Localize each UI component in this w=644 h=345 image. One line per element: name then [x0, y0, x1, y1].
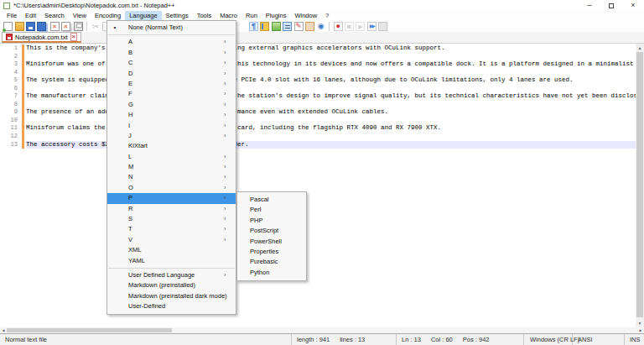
menu-edit[interactable]: Edit	[21, 11, 40, 21]
submenu-item-purebasic[interactable]: Purebasic	[237, 257, 306, 267]
scroll-left-icon[interactable]: ◀	[0, 327, 7, 333]
editor-line-5[interactable]: 5The system is equipped with an OCuLink …	[0, 76, 636, 85]
menu-item-v[interactable]: V›	[107, 235, 236, 245]
menu-item-kixtart[interactable]: KIXtart	[107, 141, 236, 151]
menu-item-g[interactable]: G›	[107, 100, 236, 110]
editor-line-11[interactable]: 11Minisforum claims the dock is compatib…	[0, 124, 636, 133]
stop-recording-icon[interactable]: ■	[345, 22, 354, 31]
menu-tools[interactable]: Tools	[193, 11, 216, 21]
submenu-item-perl[interactable]: Perl	[237, 205, 306, 215]
print-icon[interactable]	[74, 22, 83, 31]
menu-window[interactable]: Window	[290, 11, 321, 21]
menu-item-i[interactable]: I›	[107, 121, 236, 131]
record-macro-icon[interactable]: ●	[334, 22, 343, 31]
playback-macro-icon[interactable]: ▶	[356, 22, 365, 31]
submenu-item-php[interactable]: PHP	[237, 216, 306, 226]
menu-view[interactable]: View	[69, 11, 91, 21]
folder-as-workspace-icon[interactable]	[305, 22, 314, 31]
editor-line-4[interactable]: 4	[0, 69, 636, 77]
menu-item-n[interactable]: N›	[107, 172, 236, 182]
menu-file[interactable]: File	[3, 11, 21, 21]
menu-settings[interactable]: Settings	[162, 11, 193, 21]
scroll-up-icon[interactable]: ▲	[636, 44, 644, 52]
open-file-icon[interactable]	[15, 22, 24, 31]
menu-plugins[interactable]: Plugins	[262, 11, 291, 21]
submenu-item-python[interactable]: Python	[237, 268, 306, 278]
menu-item-s[interactable]: S›	[107, 214, 236, 224]
menu-item-b[interactable]: B›	[107, 48, 236, 58]
menu-item-t[interactable]: T›	[107, 224, 236, 234]
save-macro-icon[interactable]	[378, 22, 387, 31]
submenu-arrow-icon: ›	[224, 48, 236, 58]
editor-line-10[interactable]: 10	[0, 117, 636, 125]
menu-item-c[interactable]: C›	[107, 58, 236, 68]
menu-item-yaml[interactable]: YAML	[107, 256, 236, 266]
menu-item-user-defined-language[interactable]: User Defined Language›	[107, 270, 236, 280]
submenu-item-properties[interactable]: Properties	[237, 247, 306, 257]
editor-line-9[interactable]: 9The presence of an additional chip ensu…	[0, 108, 636, 117]
menu-item-l[interactable]: L›	[107, 152, 236, 162]
editor-line-3[interactable]: 3Minisforum was one of the first manufac…	[0, 60, 636, 69]
editor-line-12[interactable]: 12	[0, 133, 636, 141]
submenu-item-powershell[interactable]: PowerShell	[237, 237, 306, 247]
menu-item-r[interactable]: R›	[107, 204, 236, 214]
menu-macro[interactable]: Macro	[216, 11, 242, 21]
restore-icon[interactable]	[600, 0, 622, 11]
menu-item-a[interactable]: A›	[107, 37, 236, 47]
editor-line-2[interactable]: 2	[0, 53, 636, 61]
editor-line-1[interactable]: 1This is the company's first docking sta…	[0, 44, 636, 53]
line-number: 3	[0, 60, 18, 69]
editor-line-8[interactable]: 8	[0, 101, 636, 109]
close-file-icon[interactable]: ×	[50, 22, 60, 31]
menu-run[interactable]: Run	[242, 11, 262, 21]
monitoring-icon[interactable]: ◉	[316, 22, 325, 31]
menu-encoding[interactable]: Encoding	[91, 11, 125, 21]
menu-item-p[interactable]: P›	[107, 193, 236, 203]
menu-item-xml[interactable]: XML	[107, 245, 236, 255]
menu-item-label: J	[128, 131, 224, 141]
run-macro-multiple-icon[interactable]: ▶▶	[367, 22, 377, 31]
tab-notepadok[interactable]: Notepadok.com.txt ×	[2, 32, 81, 43]
menu-item-o[interactable]: O›	[107, 183, 236, 193]
show-all-characters-icon[interactable]: ¶	[249, 22, 258, 31]
close-icon[interactable]: ×	[622, 0, 644, 11]
menu-item-d[interactable]: D›	[107, 69, 236, 79]
show-indent-guide-icon[interactable]	[260, 22, 269, 31]
menu-item-e[interactable]: E›	[107, 79, 236, 89]
encoding-label[interactable]: ANSI	[578, 336, 593, 343]
vertical-scroll-thumb[interactable]	[636, 52, 643, 317]
horizontal-scrollbar[interactable]: ◀ ▶	[0, 327, 644, 333]
scroll-right-icon[interactable]: ▶	[637, 327, 644, 333]
submenu-item-postscript[interactable]: PostScript	[237, 226, 306, 236]
save-file-icon[interactable]	[26, 22, 35, 31]
horizontal-scroll-thumb[interactable]	[7, 328, 172, 332]
save-all-icon[interactable]	[37, 22, 46, 31]
menu-item-f[interactable]: F›	[107, 89, 236, 99]
cut-icon[interactable]: ✂	[91, 22, 100, 31]
scroll-down-icon[interactable]: ▼	[636, 319, 644, 327]
editor-line-13[interactable]: 13The accessory costs $259, and is avail…	[0, 141, 636, 149]
menu-item-m[interactable]: M›	[107, 162, 236, 172]
menu-item-none-normal-text[interactable]: •None (Normal Text)	[107, 23, 236, 33]
menu-item-h[interactable]: H›	[107, 110, 236, 120]
editor-line-7[interactable]: 7The manufacturer claims that a special …	[0, 92, 636, 101]
menu-search[interactable]: Search	[40, 11, 69, 21]
document-map-icon[interactable]	[272, 22, 281, 31]
tab-close-icon[interactable]: ×	[70, 33, 78, 41]
editor-line-6[interactable]: 6	[0, 85, 636, 93]
minimize-icon[interactable]: –	[579, 0, 600, 11]
close-all-icon[interactable]: ×	[61, 22, 70, 31]
menu-[interactable]: ?	[321, 11, 333, 21]
menu-item-markdown-preinstalled[interactable]: Markdown (preinstalled)	[107, 280, 236, 290]
menu-language[interactable]: Language	[125, 11, 161, 21]
vertical-scrollbar[interactable]: ▲ ▼	[636, 44, 644, 327]
new-file-icon[interactable]	[3, 22, 13, 31]
define-language-icon[interactable]: ✎	[294, 22, 304, 31]
menu-item-user-defined[interactable]: User-Defined	[107, 301, 236, 311]
insert-mode-label[interactable]: INS	[630, 336, 641, 343]
function-list-icon[interactable]	[283, 22, 292, 31]
editor-area[interactable]: 1This is the company's first docking sta…	[0, 44, 644, 327]
submenu-item-pascal[interactable]: Pascal	[237, 195, 306, 205]
menu-item-markdown-preinstalled-dark-mode[interactable]: Markdown (preinstalled dark mode)	[107, 291, 236, 301]
menu-item-j[interactable]: J›	[107, 131, 236, 141]
